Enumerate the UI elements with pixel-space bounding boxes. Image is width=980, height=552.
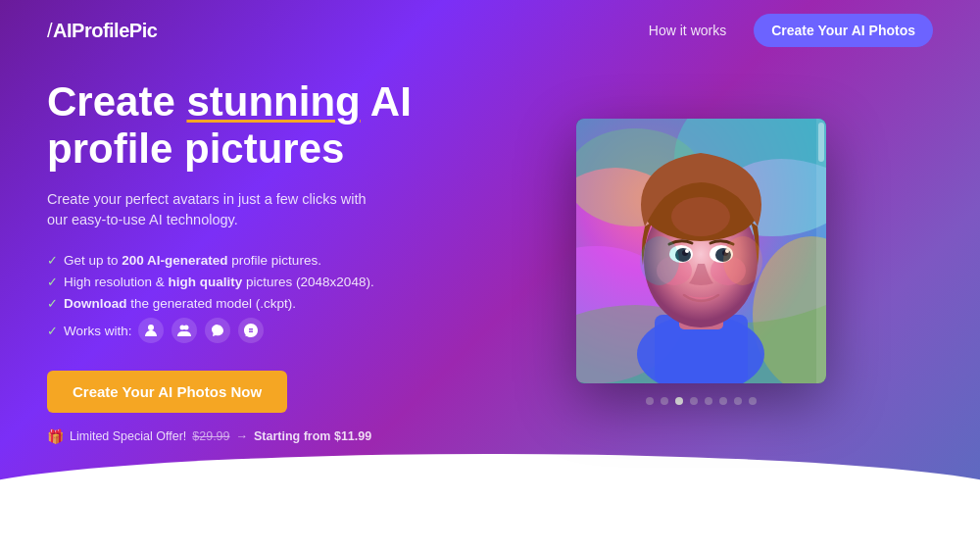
how-it-works-section: HOW IT WORKS Turn yourself into a Master…: [0, 503, 980, 552]
feature-text-2: High resolution & high quality pictures …: [64, 275, 374, 289]
features-list: ✓ Get up to 200 AI-generated profile pic…: [47, 253, 537, 343]
price-arrow: →: [236, 429, 249, 443]
carousel-dot-2[interactable]: [661, 397, 668, 405]
portrait-svg: [576, 119, 826, 383]
platform-icons: [138, 318, 264, 343]
logo-text: AIProfilePic: [53, 20, 157, 42]
price-new: Starting from $11.99: [254, 429, 371, 443]
feature-text-3: Download the generated model (.ckpt).: [64, 296, 296, 311]
feature-item-4: ✓ Works with:: [47, 318, 537, 343]
carousel-dot-4[interactable]: [690, 397, 698, 405]
offer-label: Limited Special Offer!: [70, 429, 186, 443]
hero-title-line2: profile pictures: [47, 125, 344, 172]
svg-point-4: [217, 328, 219, 330]
carousel-dots: [576, 397, 826, 405]
check-icon-4: ✓: [47, 324, 58, 338]
hero-title-underline: stunning: [186, 78, 360, 125]
feature-item-2: ✓ High resolution & high quality picture…: [47, 275, 537, 289]
hero-title: Create stunning AI profile pictures: [47, 78, 537, 174]
header: / AIProfilePic How it works Create Your …: [0, 0, 980, 61]
svg-point-5: [220, 328, 221, 330]
svg-point-26: [640, 236, 679, 285]
platform-icon-3: [205, 318, 230, 343]
logo-slash: /: [47, 20, 52, 42]
hero-section: Create stunning AI profile pictures Crea…: [0, 0, 980, 503]
check-icon-1: ✓: [47, 253, 58, 268]
feature-item-1: ✓ Get up to 200 AI-generated profile pic…: [47, 253, 537, 268]
carousel-dot-8[interactable]: [749, 397, 757, 405]
svg-point-2: [183, 326, 188, 330]
svg-point-0: [148, 325, 154, 330]
platform-icon-4: [238, 318, 264, 343]
carousel-dot-7[interactable]: [734, 397, 742, 405]
svg-point-28: [671, 197, 730, 236]
main-nav: How it works Create Your AI Photos: [649, 14, 933, 47]
platform-icon-2: [172, 318, 197, 343]
feature-item-3: ✓ Download the generated model (.ckpt).: [47, 296, 537, 311]
svg-point-27: [723, 236, 762, 285]
feature-text-1: Get up to 200 AI-generated profile pictu…: [64, 253, 321, 268]
nav-cta-button[interactable]: Create Your AI Photos: [754, 14, 933, 47]
price-old: $29.99: [192, 429, 229, 443]
hero-subtitle: Create your perfect avatars in just a fe…: [47, 189, 380, 232]
scrollbar-thumb: [818, 123, 824, 162]
logo[interactable]: / AIProfilePic: [47, 20, 157, 42]
portrait-scrollbar: [816, 119, 826, 383]
hero-cta-button[interactable]: Create Your AI Photos Now: [47, 371, 287, 413]
carousel-dot-6[interactable]: [719, 397, 727, 405]
feature-text-4: Works with:: [64, 324, 132, 338]
ai-portrait: [576, 119, 826, 383]
svg-point-3: [214, 328, 216, 330]
hero-content: Create stunning AI profile pictures Crea…: [47, 78, 537, 444]
nav-how-it-works[interactable]: How it works: [649, 23, 726, 38]
carousel-dot-3[interactable]: [675, 397, 683, 405]
gift-icon: 🎁: [47, 428, 64, 444]
hero-image-container: [576, 119, 826, 405]
check-icon-2: ✓: [47, 275, 58, 289]
check-icon-3: ✓: [47, 296, 58, 311]
carousel-dot-5[interactable]: [705, 397, 712, 405]
carousel-dot-1[interactable]: [646, 397, 654, 405]
special-offer: 🎁 Limited Special Offer! $29.99 → Starti…: [47, 428, 537, 444]
svg-point-24: [685, 249, 689, 253]
platform-icon-1: [138, 318, 164, 343]
